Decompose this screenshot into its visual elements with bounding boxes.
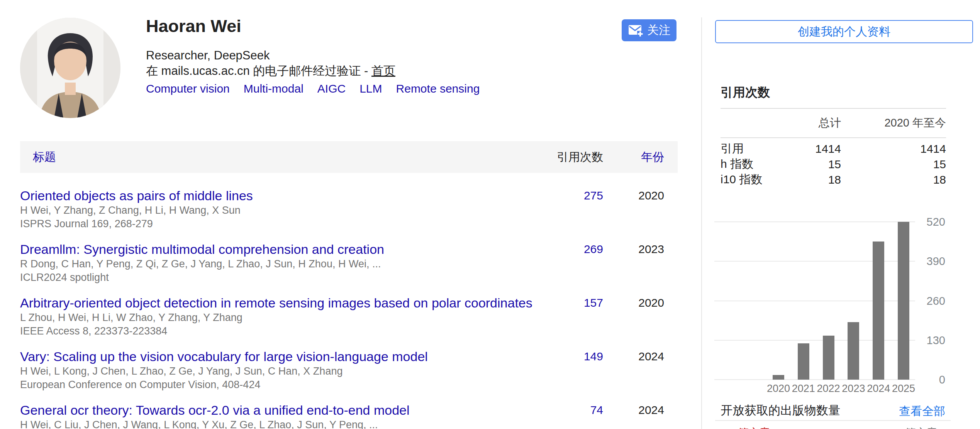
create-my-profile-button[interactable]: 创建我的个人资料 [715,20,973,43]
chart-gridline [714,340,915,341]
publication-venue: ICLR2024 spotlight [20,271,678,284]
stats-value-since: 1414 [841,142,946,155]
open-access-heading: 开放获取的出版物数量 [721,402,840,419]
publication-title-link[interactable]: General ocr theory: Towards ocr-2.0 via … [20,402,410,418]
stats-col-all-header: 总计 [787,115,841,131]
stats-label: h 指数 [721,156,787,172]
chart-gridline [714,221,915,222]
table-row: Dreamllm: Synergistic multimodal compreh… [20,241,678,284]
citation-stats-body: 引用14141414h 指数1515i10 指数1818 [721,138,946,187]
publication-cited-by-count[interactable]: 269 [584,243,603,256]
publication-authors: H Wei, C Liu, J Chen, J Wang, L Kong, Y … [20,418,678,429]
open-access-status-partial: 4 篇文章 [896,426,938,429]
open-access-count-partial[interactable]: 1 篇文章 [729,426,770,429]
publication-title-link[interactable]: Vary: Scaling up the vision vocabulary f… [20,348,428,365]
chart-gridline [714,301,915,301]
publication-title-link[interactable]: Dreamllm: Synergistic multimodal compreh… [20,241,384,257]
citation-stats-row: i10 指数1818 [721,172,946,187]
chart-bar-2020[interactable] [773,375,784,380]
stats-value-all: 1414 [787,142,841,155]
citation-stats-header-row: 总计 2020 年至今 [721,108,946,138]
cited-by-heading: 引用次数 [721,84,770,100]
chart-bar-2024[interactable] [873,242,884,380]
table-row: General ocr theory: Towards ocr-2.0 via … [20,402,678,429]
publication-year: 2024 [638,404,664,417]
publication-authors: H Wei, Y Zhang, Z Chang, H Li, H Wang, X… [20,204,678,217]
open-access-view-all-link[interactable]: 查看全部 [899,404,945,419]
publication-cited-by-count[interactable]: 275 [584,189,603,202]
publication-title-link[interactable]: Oriented objects as pairs of middle line… [20,187,253,204]
citations-per-year-chart: 0130260390520202020212022202320242025 [714,222,945,392]
stats-value-all: 15 [787,158,841,171]
publication-authors: L Zhou, H Wei, H Li, W Zhao, Y Zhang, Y … [20,311,678,324]
stats-col-since-header: 2020 年至今 [841,115,946,131]
publication-authors: H Wei, L Kong, J Chen, L Zhao, Z Ge, J Y… [20,365,678,378]
table-row: Arbitrary-oriented object detection in r… [20,295,678,338]
stats-label: 引用 [721,141,787,157]
chart-gridline [714,379,915,380]
chart-bar-2023[interactable] [848,322,859,380]
stats-label: i10 指数 [721,172,787,187]
chart-bar-2025[interactable] [898,222,909,380]
citation-stats-row: h 指数1515 [721,156,946,172]
publication-venue: European Conference on Computer Vision, … [20,378,678,392]
chart-y-tick-label: 0 [939,373,945,386]
publications-list: Oriented objects as pairs of middle line… [20,0,678,429]
sidebar-divider [701,17,702,429]
chart-bar-2022[interactable] [823,336,834,380]
publication-year: 2020 [638,189,664,202]
chart-y-tick-label: 520 [927,216,945,228]
publication-venue: IEEE Access 8, 223373-223384 [20,324,678,338]
publication-cited-by-count[interactable]: 74 [590,404,603,417]
chart-y-tick-label: 390 [927,255,945,268]
table-row: Vary: Scaling up the vision vocabulary f… [20,348,678,392]
table-row: Oriented objects as pairs of middle line… [20,187,678,231]
chart-bar-2021[interactable] [798,343,809,380]
stats-value-since: 15 [841,158,946,171]
citation-stats-table: 总计 2020 年至今 引用14141414h 指数1515i10 指数1818 [721,108,946,187]
chart-x-tick-label: 2025 [882,383,925,395]
publication-year: 2023 [638,243,664,256]
stats-value-all: 18 [787,173,841,186]
stats-value-since: 18 [841,173,946,186]
publication-year: 2024 [638,350,664,363]
publication-cited-by-count[interactable]: 149 [584,350,603,363]
chart-y-tick-label: 130 [927,334,945,346]
publication-year: 2020 [638,296,664,309]
citation-stats-row: 引用14141414 [721,141,946,156]
chart-gridline [714,261,915,262]
publication-title-link[interactable]: Arbitrary-oriented object detection in r… [20,295,532,311]
chart-y-tick-label: 260 [927,294,945,307]
open-access-divider [715,420,951,421]
publication-cited-by-count[interactable]: 157 [584,296,603,309]
publication-venue: ISPRS Journal 169, 268-279 [20,217,678,231]
publication-authors: R Dong, C Han, Y Peng, Z Qi, Z Ge, J Yan… [20,257,678,271]
